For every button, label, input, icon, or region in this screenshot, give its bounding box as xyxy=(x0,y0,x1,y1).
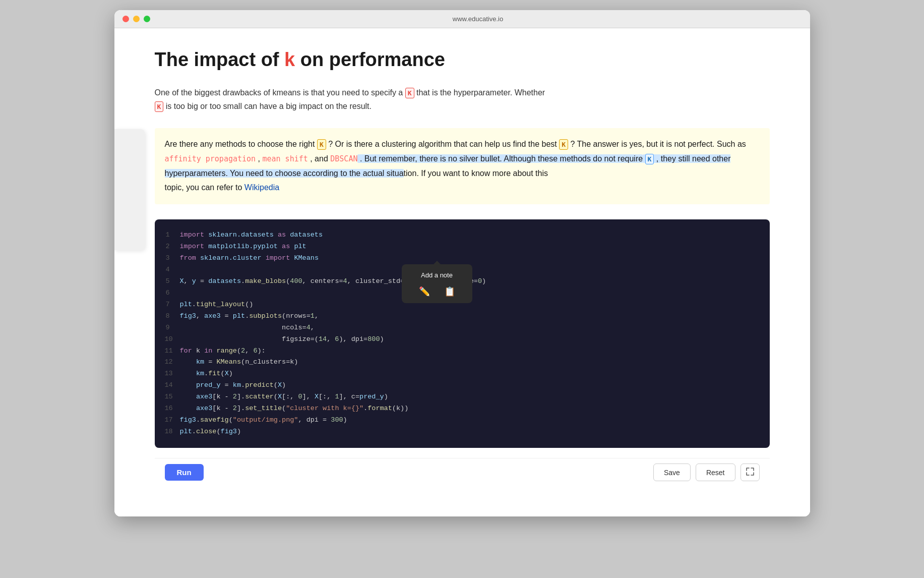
code-container: 1 import sklearn.datasets as datasets 2 … xyxy=(155,219,770,448)
intro-text-3: is too big or too small can have a big i… xyxy=(163,102,372,110)
k-badge-in-blue: K , xyxy=(643,154,661,163)
highlight-text-5: , and xyxy=(308,154,330,163)
title-prefix: The impact of xyxy=(155,49,285,70)
k-badge-2: K xyxy=(155,101,164,112)
toolbar-right: Save Reset xyxy=(653,464,760,481)
tooltip-anchor: tion. If you w xyxy=(404,169,449,178)
dbscan: DBSCAN xyxy=(330,154,357,163)
title-k: k xyxy=(284,49,295,70)
code-line-10: 10 figsize=(14, 6), dpi=800) xyxy=(155,334,770,345)
reset-button[interactable]: Reset xyxy=(696,464,735,481)
code-line-18: 18 plt.close(fig3) xyxy=(155,426,770,438)
blue-highlight-text: . But remember, there is no silver bulle… xyxy=(357,154,643,163)
intro-text-2: that is the hyperparameter. Whether xyxy=(414,88,545,97)
maximize-button[interactable] xyxy=(144,16,150,22)
code-line-9: 9 ncols=4, xyxy=(155,322,770,334)
page-title: The impact of k on performance xyxy=(155,48,770,72)
tooltip-label: Add a note xyxy=(421,269,453,281)
tooltip-icons: ✏️ 📋 xyxy=(416,285,458,298)
tooltip-edit-button[interactable]: ✏️ xyxy=(416,285,433,298)
intro-text-1: One of the biggest drawbacks of kmeans i… xyxy=(155,88,405,97)
code-toolbar: Run Save Reset xyxy=(155,458,770,486)
minimize-button[interactable] xyxy=(133,16,140,22)
highlight-text-4: , xyxy=(256,154,262,163)
code-line-8: 8 fig3, axe3 = plt.subplots(nrows=1, xyxy=(155,311,770,322)
code-line-17: 17 fig3.savefig("output/img.png", dpi = … xyxy=(155,415,770,426)
wikipedia-link[interactable]: Wikipedia xyxy=(244,183,279,192)
mean-shift: mean shift xyxy=(262,154,307,163)
close-button[interactable] xyxy=(122,16,129,22)
code-line-13: 13 km.fit(X) xyxy=(155,368,770,380)
code-line-14: 14 pred_y = km.predict(X) xyxy=(155,380,770,391)
title-suffix: on performance xyxy=(295,49,445,70)
code-line-16: 16 axe3[k - 2].set_title("cluster with k… xyxy=(155,403,770,415)
code-line-2: 2 import matplotlib.pyplot as plt xyxy=(155,241,770,253)
browser-titlebar: www.educative.io xyxy=(114,10,810,28)
run-button[interactable]: Run xyxy=(165,464,204,481)
page-content: The impact of k on performance One of th… xyxy=(114,28,810,516)
highlight-text-1: Are there any methods to choose the righ… xyxy=(165,140,317,148)
affinity-propagation: affinity propagation xyxy=(165,154,256,163)
code-block: 1 import sklearn.datasets as datasets 2 … xyxy=(155,219,770,448)
tooltip-note-button[interactable]: 📋 xyxy=(441,285,458,298)
code-line-1: 1 import sklearn.datasets as datasets xyxy=(155,229,770,241)
code-line-11: 11 for k in range(2, 6): xyxy=(155,345,770,357)
code-line-3: 3 from sklearn.cluster import KMeans xyxy=(155,253,770,264)
code-line-12: 12 km = KMeans(n_clusters=k) xyxy=(155,357,770,368)
address-bar: www.educative.io xyxy=(154,15,802,23)
left-panel xyxy=(114,129,145,250)
highlight-text-3: ? The answer is yes, but it is not perfe… xyxy=(568,140,746,148)
browser-window: www.educative.io The impact of k on perf… xyxy=(114,10,810,516)
k-badge-4: K xyxy=(559,139,568,150)
k-badge-3: K xyxy=(317,139,326,150)
save-button[interactable]: Save xyxy=(653,464,691,481)
highlight-text-2: ? Or is there a clustering algorithm tha… xyxy=(326,140,559,148)
add-note-tooltip: Add a note ✏️ 📋 xyxy=(402,264,472,303)
highlighted-block: Are there any methods to choose the righ… xyxy=(155,128,770,204)
k-badge-1: K xyxy=(405,88,414,99)
fullscreen-button[interactable] xyxy=(741,464,760,481)
intro-paragraph: One of the biggest drawbacks of kmeans i… xyxy=(155,86,770,113)
code-line-15: 15 axe3[k - 2].scatter(X[:, 0], X[:, 1],… xyxy=(155,391,770,403)
